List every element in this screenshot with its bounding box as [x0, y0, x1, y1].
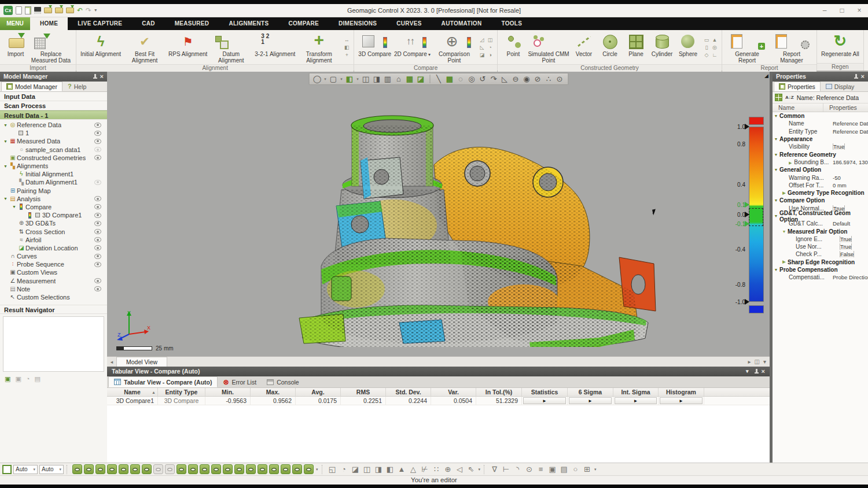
prop-ignore-e[interactable]: Ignore E...True [773, 235, 868, 243]
prop-value-box[interactable]: True [840, 236, 852, 242]
rectangle-select-icon[interactable]: ▩ [444, 74, 455, 84]
ribbon-tab-cad[interactable]: CAD [132, 17, 165, 30]
tab-tabular-view-compare-auto[interactable]: Tabular View - Compare (Auto) [108, 376, 218, 387]
expand-arrow-icon[interactable]: ▼ [2, 139, 9, 143]
expand-6-sigma-button[interactable]: ► [569, 397, 612, 404]
visibility-eye-icon[interactable] [94, 262, 101, 267]
half-view-icon[interactable]: ◨ [374, 464, 384, 474]
export-result-icon[interactable]: ▤ [34, 375, 40, 383]
prop-value[interactable]: True [833, 143, 868, 150]
prop-warning-ra[interactable]: Warning Ra...-50 [773, 173, 868, 181]
tree-item-alignments[interactable]: ▼▚Alignments [0, 162, 107, 170]
section-scan-process[interactable]: Scan Process [0, 101, 107, 110]
column-header-rms[interactable]: RMS [341, 388, 386, 396]
tree-item-custom-selections[interactable]: ↖Custom Selections [0, 293, 107, 301]
visibility-toggle-icon[interactable] [95, 464, 105, 474]
prop-group-general-option[interactable]: ▼General Option [773, 166, 868, 173]
visibility-eye-icon[interactable] [94, 204, 101, 209]
comparison-point-button[interactable]: Comparison Point [432, 31, 476, 64]
tab-model-manager[interactable]: Model Manager [1, 82, 62, 91]
point-button[interactable]: Point [501, 31, 526, 58]
tree-item-measured-data[interactable]: ▼▦Measured Data [0, 137, 107, 145]
ellipse-select-icon[interactable]: ◎ [466, 74, 477, 84]
visibility-eye-icon[interactable] [94, 254, 101, 259]
best-fit-alignment-button[interactable]: Best Fit Alignment [123, 31, 167, 64]
prop-value[interactable]: False [840, 251, 868, 257]
tree-item-initial-alignment1[interactable]: ϟInitial Alignment1 [0, 170, 107, 178]
cell-statistics[interactable]: ► [522, 397, 568, 405]
scale-marker-icon[interactable] [745, 212, 752, 217]
prop-value[interactable]: 186.5974, 130.8... [833, 159, 868, 165]
target-select-icon[interactable]: ◉ [521, 74, 532, 84]
collapse-arrow-icon[interactable]: ▼ [773, 214, 779, 218]
coordinate-icon[interactable]: ∟ [711, 51, 719, 59]
tab-console[interactable]: Console [262, 376, 304, 387]
prop-group-reference-geometry[interactable]: ▼Reference Geometry [773, 150, 868, 158]
split-mode-icon[interactable]: ◫ [362, 464, 372, 474]
prop-value-box[interactable]: True [833, 143, 845, 150]
collapse-arrow-icon[interactable]: ▼ [781, 230, 788, 234]
tree-item-sample-scan-data1[interactable]: ○sample_scan data1 [0, 146, 107, 154]
more-tools-icon[interactable]: ▾ [316, 467, 318, 472]
visibility-toggle-icon[interactable] [176, 464, 186, 474]
tree-item-pairing-map[interactable]: ⊞Pairing Map [0, 187, 107, 195]
column-header-name[interactable]: Name▲ [107, 388, 158, 396]
3d-compare-button[interactable]: 3D Compare [357, 31, 392, 58]
prop-value-box[interactable]: False [840, 251, 854, 257]
caret-icon[interactable]: ▾ [339, 74, 344, 84]
tree-item-compare[interactable]: ▼Compare [0, 203, 107, 211]
column-header-int-sigma[interactable]: Int. Sigma [613, 388, 659, 396]
line-select-icon[interactable]: ╲ [433, 74, 444, 84]
ribbon-tab-dimensions[interactable]: DIMENSIONS [329, 17, 387, 30]
categorize-icon[interactable] [775, 94, 782, 101]
prop-value[interactable]: 0 mm [833, 182, 868, 188]
regenerate-all-button[interactable]: Regenerate All [820, 31, 860, 58]
prop-compensati[interactable]: Compensati...Probe Direction [773, 273, 868, 281]
sphere-button[interactable]: Sphere [675, 31, 701, 58]
probe-mode-dropdown[interactable]: Auto▾ [39, 465, 64, 474]
prop-visibility[interactable]: VisibilityTrue [773, 143, 868, 150]
visibility-eye-icon[interactable] [94, 147, 101, 152]
cell-6-sigma[interactable]: ► [568, 397, 613, 405]
visibility-toggle-icon[interactable] [142, 464, 152, 474]
cone-outline-icon[interactable]: △ [409, 464, 418, 474]
expand-arrow-icon[interactable]: ▶ [789, 161, 793, 165]
collapse-arrow-icon[interactable]: ▼ [773, 198, 779, 202]
boundary-deviation-icon[interactable]: ◺ [478, 44, 486, 51]
compare-view-icon[interactable]: ◪ [415, 74, 426, 84]
arc-measure-icon[interactable]: ◝ [513, 464, 523, 474]
section-result-data[interactable]: Result Data - 1 [0, 110, 107, 120]
import-button[interactable]: Import [3, 31, 28, 58]
view-menu-icon[interactable]: ▾ [763, 357, 766, 367]
shade-mode-icon[interactable]: ◪ [351, 464, 361, 474]
visibility-eye-icon[interactable] [94, 131, 101, 136]
grid-view-icon[interactable]: ▦ [404, 74, 415, 84]
replace-measured-data-button[interactable]: Replace Measured Data [29, 31, 73, 64]
camera-view-icon[interactable]: ◧ [344, 74, 355, 84]
expand-int-sigma-button[interactable]: ► [615, 397, 657, 404]
tree-item-probe-sequence[interactable]: ∶Probe Sequence [0, 260, 107, 268]
scale-marker-icon[interactable] [745, 221, 752, 227]
wall-thickness-icon[interactable]: ◑ [486, 51, 494, 59]
column-header-std-dev[interactable]: Std. Dev. [386, 388, 431, 396]
column-header-max[interactable]: Max. [251, 388, 296, 396]
expand-arrow-icon[interactable]: ▼ [2, 197, 9, 201]
prop-value[interactable]: Probe Direction [833, 274, 868, 280]
collapse-arrow-icon[interactable]: ▼ [773, 137, 779, 141]
visibility-eye-icon[interactable] [94, 221, 101, 226]
visibility-toggle-icon[interactable] [119, 464, 128, 474]
refresh-result-icon[interactable]: ◔ [26, 375, 30, 383]
tab-model-view[interactable]: Model View [116, 357, 167, 367]
generate-report-button[interactable]: Generate Report [725, 31, 769, 64]
deviation-colormap-model[interactable] [286, 93, 657, 347]
stack-icon[interactable]: ≡ [536, 464, 546, 474]
visibility-toggle-icon[interactable] [281, 464, 290, 474]
model-viewport[interactable]: ◯▾▢▾◧▾◫◨▥⌂▦◪╲▩◌◎↺↷◺⊖◉⊘∴⊙ ◢ 1.00.80.40.10… [107, 72, 770, 356]
document-icon[interactable]: ▤ [559, 464, 569, 474]
ribbon-tab-live-capture[interactable]: LIVE CAPTURE [68, 17, 132, 30]
section-result-navigator[interactable]: Result Navigator [0, 305, 107, 314]
ribbon-tab-home[interactable]: HOME [30, 17, 68, 30]
ribbon-tab-curves[interactable]: CURVES [387, 17, 431, 30]
multi-viewport-icon[interactable]: ▥ [382, 74, 393, 84]
tree-item-note[interactable]: ▤Note [0, 285, 107, 293]
